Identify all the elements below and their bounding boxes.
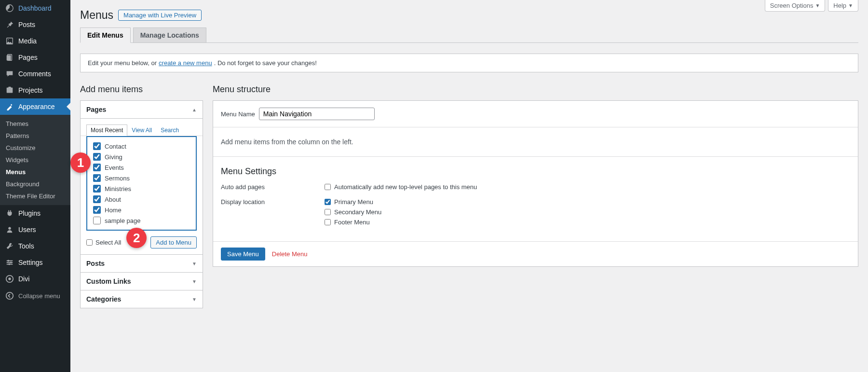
plugins-icon bbox=[5, 208, 14, 218]
sidebar-item-label: Comments bbox=[18, 70, 51, 78]
page-item-label: sample page bbox=[105, 217, 140, 224]
svg-point-11 bbox=[10, 262, 12, 263]
tab-manage-locations[interactable]: Manage Locations bbox=[133, 28, 206, 43]
metabox-custom-links: Custom Links ▼ bbox=[80, 272, 203, 290]
sidebar-item-label: Users bbox=[18, 226, 36, 234]
display-location-checkbox[interactable] bbox=[325, 199, 331, 205]
select-all-control[interactable]: Select All bbox=[86, 239, 121, 246]
page-item-checkbox[interactable] bbox=[93, 174, 101, 182]
add-to-menu-button[interactable]: Add to Menu bbox=[150, 236, 197, 248]
dashboard-icon bbox=[5, 3, 14, 13]
metabox-custom-links-toggle[interactable]: Custom Links ▼ bbox=[81, 273, 203, 290]
screen-options-tab[interactable]: Screen Options ▼ bbox=[765, 0, 826, 12]
svg-point-12 bbox=[8, 263, 10, 265]
select-all-checkbox[interactable] bbox=[86, 239, 93, 246]
help-tab[interactable]: Help ▼ bbox=[828, 0, 858, 12]
chevron-down-icon: ▼ bbox=[192, 279, 197, 284]
sidebar-sub-menus[interactable]: Menus bbox=[0, 166, 70, 178]
sidebar-item-media[interactable]: Media bbox=[0, 33, 70, 49]
sidebar-item-divi[interactable]: Divi bbox=[0, 271, 70, 287]
nav-tab-wrapper: Edit Menus Manage Locations bbox=[80, 28, 858, 43]
auto-add-pages-checkbox[interactable] bbox=[325, 184, 331, 190]
svg-rect-4 bbox=[7, 88, 13, 93]
add-menu-items-heading: Add menu items bbox=[80, 84, 203, 95]
sidebar-item-users[interactable]: Users bbox=[0, 221, 70, 238]
sidebar-item-tools[interactable]: Tools bbox=[0, 238, 70, 254]
sidebar-item-appearance[interactable]: Appearance bbox=[0, 98, 70, 115]
page-item-checkbox[interactable] bbox=[93, 164, 101, 171]
tab-view-all[interactable]: View All bbox=[127, 124, 156, 136]
svg-point-6 bbox=[8, 227, 11, 230]
display-location-checkbox[interactable] bbox=[325, 209, 331, 215]
svg-point-14 bbox=[8, 277, 11, 280]
metabox-pages-toggle[interactable]: Pages ▲ bbox=[81, 101, 203, 119]
sidebar-sub-background[interactable]: Background bbox=[0, 178, 70, 190]
sidebar-item-label: Divi bbox=[18, 275, 29, 283]
page-item[interactable]: Sermons bbox=[87, 173, 196, 183]
sidebar-sub-patterns[interactable]: Patterns bbox=[0, 130, 70, 142]
sidebar-sub-customize[interactable]: Customize bbox=[0, 142, 70, 154]
page-item-label: Contact bbox=[105, 143, 126, 150]
sidebar-item-posts[interactable]: Posts bbox=[0, 16, 70, 33]
delete-menu-link[interactable]: Delete Menu bbox=[272, 250, 308, 258]
page-item-checkbox[interactable] bbox=[93, 153, 101, 161]
pages-icon bbox=[5, 53, 14, 62]
live-preview-button[interactable]: Manage with Live Preview bbox=[118, 10, 202, 21]
page-item-checkbox[interactable] bbox=[93, 217, 101, 224]
sidebar-item-projects[interactable]: Projects bbox=[0, 82, 70, 98]
sidebar-item-dashboard[interactable]: Dashboard bbox=[0, 0, 70, 16]
divi-icon bbox=[5, 274, 14, 284]
metabox-categories-toggle[interactable]: Categories ▼ bbox=[81, 290, 203, 308]
comments-icon bbox=[5, 69, 14, 79]
save-menu-button[interactable]: Save Menu bbox=[221, 248, 265, 261]
page-item-checkbox[interactable] bbox=[93, 206, 101, 214]
tab-search[interactable]: Search bbox=[156, 124, 183, 136]
pin-icon bbox=[5, 20, 14, 29]
tab-edit-menus[interactable]: Edit Menus bbox=[80, 28, 131, 43]
tab-most-recent[interactable]: Most Recent bbox=[86, 124, 127, 136]
sidebar-sub-widgets[interactable]: Widgets bbox=[0, 154, 70, 166]
metabox-pages: Pages ▲ 1 Most Recent View All Search Co… bbox=[80, 100, 203, 254]
chevron-down-icon: ▼ bbox=[192, 261, 197, 266]
display-location-option[interactable]: Secondary Menu bbox=[325, 208, 381, 216]
sidebar-item-label: Projects bbox=[18, 86, 43, 94]
svg-point-10 bbox=[8, 260, 10, 262]
menu-name-label: Menu Name bbox=[221, 110, 255, 118]
sidebar-item-label: Settings bbox=[18, 259, 43, 266]
sidebar-item-comments[interactable]: Comments bbox=[0, 66, 70, 82]
page-item-checkbox[interactable] bbox=[93, 195, 101, 203]
page-item[interactable]: sample page bbox=[87, 215, 196, 226]
metabox-posts-toggle[interactable]: Posts ▼ bbox=[81, 255, 203, 272]
page-item[interactable]: Home bbox=[87, 205, 196, 215]
collapse-menu-button[interactable]: Collapse menu bbox=[0, 287, 70, 304]
page-item[interactable]: Contact bbox=[87, 141, 196, 152]
display-location-option[interactable]: Footer Menu bbox=[325, 219, 381, 226]
sidebar-sub-theme-file-editor[interactable]: Theme File Editor bbox=[0, 190, 70, 202]
page-item-checkbox[interactable] bbox=[93, 142, 101, 150]
page-title: Menus bbox=[80, 9, 113, 22]
sidebar-submenu-appearance: ThemesPatternsCustomizeWidgetsMenusBackg… bbox=[0, 115, 70, 205]
display-location-checkbox[interactable] bbox=[325, 219, 331, 225]
sidebar-item-plugins[interactable]: Plugins bbox=[0, 205, 70, 221]
auto-add-pages-option[interactable]: Automatically add new top-level pages to… bbox=[325, 183, 477, 191]
page-item[interactable]: Giving bbox=[87, 152, 196, 162]
page-item-label: Giving bbox=[105, 153, 122, 161]
page-item[interactable]: Ministries bbox=[87, 183, 196, 194]
instruction-bar: Edit your menu below, or create a new me… bbox=[80, 54, 858, 72]
sidebar-item-label: Media bbox=[18, 37, 37, 45]
sidebar-item-label: Posts bbox=[18, 21, 35, 28]
menu-name-input[interactable] bbox=[259, 108, 375, 120]
page-item[interactable]: Events bbox=[87, 162, 196, 173]
collapse-menu-label: Collapse menu bbox=[18, 292, 60, 300]
page-item[interactable]: About bbox=[87, 194, 196, 205]
page-item-checkbox[interactable] bbox=[93, 185, 101, 193]
display-location-option[interactable]: Primary Menu bbox=[325, 198, 381, 206]
page-item-label: About bbox=[105, 196, 121, 203]
admin-sidebar: DashboardPostsMediaPagesCommentsProjects… bbox=[0, 0, 70, 372]
chevron-down-icon: ▼ bbox=[848, 3, 853, 8]
sidebar-item-pages[interactable]: Pages bbox=[0, 49, 70, 66]
menu-settings-heading: Menu Settings bbox=[221, 166, 850, 177]
sidebar-item-settings[interactable]: Settings bbox=[0, 254, 70, 271]
create-new-menu-link[interactable]: create a new menu bbox=[159, 59, 212, 67]
sidebar-sub-themes[interactable]: Themes bbox=[0, 118, 70, 130]
